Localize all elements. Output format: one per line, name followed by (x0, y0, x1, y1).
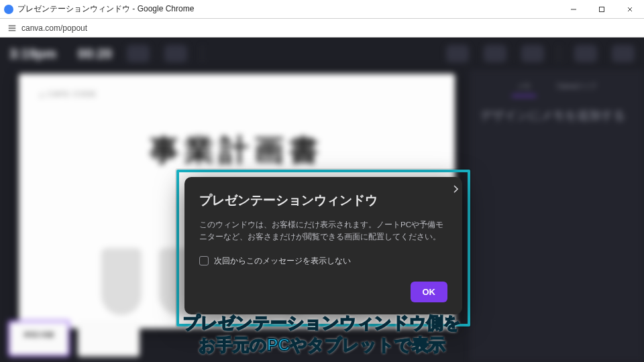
presentation-window-dialog: プレゼンテーションウィンドウ このウィンドウは、お客様にだけ表示されます。ノート… (184, 177, 462, 314)
site-settings-icon[interactable] (7, 23, 17, 34)
divider (559, 45, 559, 62)
svg-rect-1 (9, 25, 16, 26)
thumbnail-1[interactable]: 事業計画書 (8, 320, 70, 357)
window-title: プレゼンテーションウィンドウ - Google Chrome (17, 3, 559, 15)
chrome-titlebar: プレゼンテーションウィンドウ - Google Chrome (0, 0, 644, 19)
tab-notes[interactable]: メモ (517, 82, 531, 91)
toolbar-button[interactable] (446, 45, 469, 62)
timer-reset-button[interactable] (164, 45, 187, 62)
toolbar-button[interactable] (484, 45, 506, 62)
slide-thumbnails: 事業計画書 (8, 320, 140, 357)
checkbox-icon[interactable] (199, 256, 209, 265)
dialog-title: プレゼンテーションウィンドウ (199, 192, 447, 209)
maximize-button[interactable] (588, 0, 616, 19)
svg-rect-2 (9, 27, 16, 29)
slide-logo: △ CAFE CODE (39, 90, 435, 99)
divider (202, 45, 203, 62)
dialog-body: このウィンドウは、お客様にだけ表示されます。ノートPCや予備モニターなど、お客さ… (199, 219, 447, 243)
dont-show-again-checkbox[interactable]: 次回からこのメッセージを表示しない (199, 255, 447, 267)
app-viewport: 3:19pm 00:20 △ CAFE CODE 事業計画書 カフェ メモ (0, 38, 644, 362)
ok-button[interactable]: OK (411, 282, 448, 302)
presenter-topbar: 3:19pm 00:20 (0, 38, 644, 70)
notes-panel: メモ Canvaライブ デザインにメモを追加する (470, 70, 644, 362)
dialog-next-button[interactable] (447, 181, 464, 197)
chrome-address-bar: canva.com/popout (0, 19, 644, 38)
favicon-icon (4, 5, 13, 14)
thumbnail-label: 事業計画書 (9, 322, 68, 339)
timer-control-button[interactable] (127, 45, 150, 62)
svg-rect-3 (9, 29, 16, 31)
thumbnail-2[interactable] (78, 320, 140, 357)
toolbar-button[interactable] (612, 45, 635, 62)
toolbar-button[interactable] (521, 45, 544, 62)
slide-title: 事業計画書 (39, 131, 435, 170)
checkbox-label: 次回からこのメッセージを表示しない (214, 255, 351, 267)
elapsed-timer: 00:20 (78, 46, 112, 62)
url-text[interactable]: canva.com/popout (21, 23, 87, 33)
minimize-button[interactable] (559, 0, 588, 19)
window-controls (559, 0, 644, 19)
close-button[interactable] (616, 0, 644, 19)
toolbar-button[interactable] (574, 45, 597, 62)
svg-rect-0 (600, 7, 604, 11)
clock: 3:19pm (9, 46, 56, 62)
notes-placeholder[interactable]: デザインにメモを追加する (480, 106, 633, 125)
tab-canva-live[interactable]: Canvaライブ (557, 82, 597, 91)
